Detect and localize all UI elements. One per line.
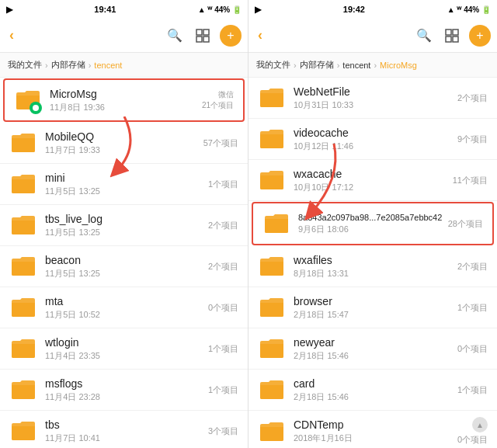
file-name-micromsg: MicroMsg (50, 88, 199, 100)
file-name-card: card (294, 377, 454, 390)
file-name-mta: mta (45, 295, 205, 307)
file-item-mini[interactable]: mini 11月5日 13:25 1个项目 (0, 164, 248, 205)
file-info-wxacache: wxacache 10月10日 17:12 (294, 168, 450, 193)
file-date-videocache: 10月12日 11:46 (294, 141, 454, 152)
file-info-newyear: newyear 2月18日 15:46 (294, 336, 454, 362)
folder-icon-tbs (9, 417, 37, 445)
file-item-beacon[interactable]: beacon 11月5日 13:25 2个项目 (0, 246, 248, 287)
grid-button-right[interactable] (441, 25, 463, 47)
file-date-beacon: 11月5日 13:25 (45, 268, 205, 280)
breadcrumb-right: 我的文件 › 内部存储 › tencent › MicroMsg (248, 53, 497, 78)
file-info-browser: browser 2月18日 15:47 (294, 295, 454, 321)
file-info-card: card 2月18日 15:46 (294, 377, 454, 403)
file-meta-browser: 1个项目 (457, 302, 488, 314)
folder-icon-newyear (258, 335, 286, 363)
file-meta-hash: 28个项目 (448, 218, 483, 230)
file-name-webnetfile: WebNetFile (294, 85, 454, 98)
grid-button-left[interactable] (192, 25, 214, 47)
status-right-right: ▲ ᵂ 44% 🔋 (447, 5, 491, 14)
file-item-mobileqq[interactable]: MobileQQ 11月7日 19:33 57个项目 (0, 123, 248, 164)
file-date-tbs: 11月7日 10:41 (45, 432, 205, 444)
left-panel: ▶ 19:41 ▲ ᵂ 44% 🔋 ‹ 🔍 + 我的文件 › 内部存储 › te… (0, 0, 248, 448)
battery-left: ▲ ᵂ 44% 🔋 (198, 5, 242, 14)
svg-rect-2 (196, 36, 202, 42)
time-right: 19:42 (343, 5, 365, 14)
file-name-wxacache: wxacache (294, 168, 450, 180)
folder-icon-wxafiles (258, 252, 286, 280)
file-item-cdntemp[interactable]: CDNTemp 2018年1月16日 ▲ 0个项目 (248, 411, 497, 448)
search-button-left[interactable]: 🔍 (164, 25, 186, 47)
file-meta-msflogs: 1个项目 (208, 384, 238, 396)
file-date-tbs-live-log: 11月5日 13:25 (45, 227, 205, 238)
file-name-hash: 8a343a2c097ba98...7e2085a7ebbc42 (298, 213, 445, 222)
file-date-msflogs: 11月4日 23:28 (45, 391, 205, 403)
file-item-micromsg[interactable]: MicroMsg 11月8日 19:36 微信 21个项目 (3, 78, 245, 122)
folder-icon-msflogs (9, 376, 37, 404)
right-panel: ▶ 19:42 ▲ ᵂ 44% 🔋 ‹ 🔍 + 我的文件 › 内部存储 › te… (248, 0, 497, 448)
file-meta-videocache: 9个项目 (457, 134, 488, 145)
file-date-mini: 11月5日 13:25 (45, 186, 205, 197)
status-bar-right: ▶ 19:42 ▲ ᵂ 44% 🔋 (248, 0, 497, 19)
search-button-right[interactable]: 🔍 (413, 25, 435, 47)
svg-rect-7 (453, 36, 458, 42)
file-item-videocache[interactable]: videocache 10月12日 11:46 9个项目 (248, 119, 497, 160)
file-item-card[interactable]: card 2月18日 15:46 1个项目 (248, 370, 497, 411)
status-bar-left: ▶ 19:41 ▲ ᵂ 44% 🔋 (0, 0, 248, 19)
folder-icon-cdntemp (258, 418, 286, 446)
file-item-msflogs[interactable]: msflogs 11月4日 23:28 1个项目 (0, 370, 248, 411)
file-info-tbs: tbs 11月7日 10:41 (45, 418, 205, 444)
file-item-wxacache[interactable]: wxacache 10月10日 17:12 11个项目 (248, 160, 497, 201)
folder-icon-webnetfile (258, 84, 286, 112)
file-item-hash[interactable]: 8a343a2c097ba98...7e2085a7ebbc42 9月6日 18… (252, 202, 494, 245)
breadcrumb-root: 我的文件 (8, 59, 42, 71)
file-date-newyear: 2月18日 15:46 (294, 350, 454, 362)
folder-icon-wtlogin (9, 335, 37, 363)
file-item-wtlogin[interactable]: wtlogin 11月4日 23:35 1个项目 (0, 328, 248, 370)
file-name-msflogs: msflogs (45, 377, 205, 390)
toolbar-left: ‹ 🔍 + (0, 19, 248, 53)
file-meta-cdntemp: ▲ 0个项目 (457, 417, 488, 446)
time-left: 19:41 (94, 5, 116, 14)
breadcrumb-left: 我的文件 › 内部存储 › tencent (0, 53, 248, 78)
status-left: ▶ (6, 5, 12, 15)
scroll-up-icon[interactable]: ▲ (472, 417, 488, 432)
file-name-beacon: beacon (45, 254, 205, 266)
file-list-left: MicroMsg 11月8日 19:36 微信 21个项目 MobileQQ 1… (0, 78, 248, 448)
file-meta-mobileqq: 57个项目 (203, 137, 238, 149)
file-date-hash: 9月6日 18:06 (298, 224, 445, 235)
breadcrumb-level2-right: tencent (342, 61, 370, 70)
file-meta-wxacache: 11个项目 (453, 175, 488, 186)
svg-rect-1 (203, 30, 209, 35)
file-info-wtlogin: wtlogin 11月4日 23:35 (45, 336, 205, 362)
folder-icon-mta (9, 293, 37, 321)
folder-icon-videocache (258, 125, 286, 153)
status-right-left: ▲ ᵂ 44% 🔋 (198, 5, 242, 14)
file-date-wxafiles: 8月18日 13:31 (294, 268, 454, 280)
file-meta-mini: 1个项目 (208, 179, 238, 190)
file-meta-mta: 0个项目 (208, 302, 238, 314)
svg-rect-3 (203, 36, 209, 42)
file-meta-micromsg: 微信 21个项目 (202, 89, 234, 111)
wechat-badge (30, 102, 42, 114)
folder-icon-card (258, 376, 286, 404)
folder-icon-wxacache (258, 166, 286, 194)
back-button-right[interactable]: ‹ (255, 24, 266, 47)
file-item-tbs-live-log[interactable]: tbs_live_log 11月5日 13:25 2个项目 (0, 205, 248, 246)
file-item-newyear[interactable]: newyear 2月18日 15:46 0个项目 (248, 328, 497, 370)
add-button-left[interactable]: + (220, 25, 242, 47)
file-item-tbs[interactable]: tbs 11月7日 10:41 3个项目 (0, 411, 248, 448)
file-item-mta[interactable]: mta 11月5日 10:52 0个项目 (0, 287, 248, 328)
file-item-webnetfile[interactable]: WebNetFile 10月31日 10:33 2个项目 (248, 78, 497, 119)
folder-icon-hash (262, 210, 290, 238)
folder-icon-tbs-live-log (9, 211, 37, 239)
file-name-browser: browser (294, 295, 454, 307)
folder-icon-mobileqq (9, 129, 37, 157)
file-date-wtlogin: 11月4日 23:35 (45, 350, 205, 362)
add-button-right[interactable]: + (469, 25, 491, 47)
file-info-beacon: beacon 11月5日 13:25 (45, 254, 205, 280)
file-item-browser[interactable]: browser 2月18日 15:47 1个项目 (248, 287, 497, 328)
svg-rect-6 (446, 36, 451, 42)
back-button-left[interactable]: ‹ (6, 24, 17, 47)
toolbar-right: ‹ 🔍 + (248, 19, 497, 53)
file-item-wxafiles[interactable]: wxafiles 8月18日 13:31 2个项目 (248, 246, 497, 287)
